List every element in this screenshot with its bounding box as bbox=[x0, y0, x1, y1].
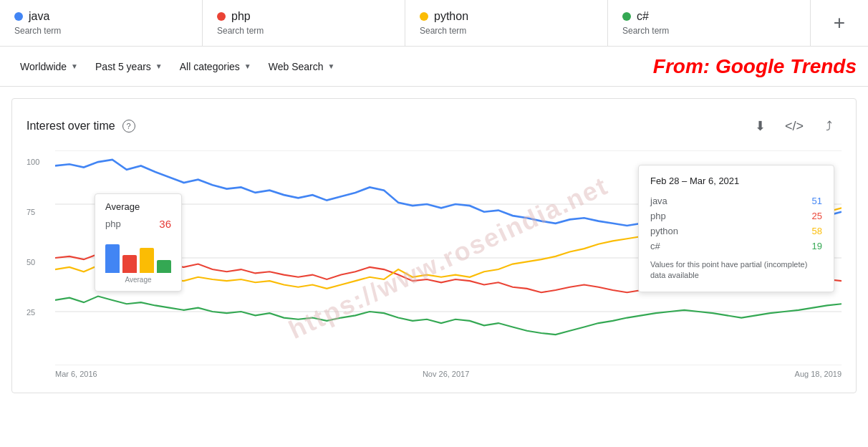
search-term-csharp[interactable]: c# Search term bbox=[608, 0, 811, 46]
period-chevron-icon: ▼ bbox=[155, 62, 163, 70]
tooltip-php-val: 25 bbox=[812, 211, 822, 221]
python-label: python bbox=[434, 10, 468, 23]
average-row: php 36 bbox=[105, 218, 171, 230]
filter-period[interactable]: Past 5 years ▼ bbox=[87, 55, 171, 78]
y-label-50: 50 bbox=[26, 258, 55, 266]
tooltip-csharp-val: 19 bbox=[812, 241, 822, 251]
tooltip-row-csharp: c# 19 bbox=[650, 239, 822, 254]
average-bars bbox=[105, 237, 171, 273]
tooltip-python-term: python bbox=[650, 226, 678, 236]
chart-title-area: Interest over time ? bbox=[26, 120, 135, 133]
avg-bar-java bbox=[105, 244, 120, 273]
watermark-label: From: Google Trends bbox=[653, 55, 857, 78]
csharp-label: c# bbox=[637, 10, 649, 23]
filter-category-label: All categories bbox=[180, 61, 240, 72]
filter-period-label: Past 5 years bbox=[95, 61, 151, 72]
php-sublabel: Search term bbox=[217, 26, 390, 36]
search-term-php[interactable]: php Search term bbox=[203, 0, 405, 46]
tooltip-date: Feb 28 – Mar 6, 2021 bbox=[650, 176, 822, 186]
chart-section: Interest over time ? ⬇ </> ⤴ 100 75 50 2… bbox=[11, 98, 857, 393]
average-box: Average php 36 bbox=[95, 193, 182, 292]
filter-bar: Worldwide ▼ Past 5 years ▼ All categorie… bbox=[0, 47, 868, 87]
embed-button[interactable]: </> bbox=[781, 113, 807, 139]
add-term-button[interactable]: + bbox=[811, 0, 868, 46]
php-dot bbox=[217, 12, 226, 21]
python-sublabel: Search term bbox=[420, 26, 593, 36]
avg-bar-python bbox=[140, 248, 154, 273]
chart-y-labels: 100 75 50 25 bbox=[26, 150, 55, 365]
tooltip-csharp-term: c# bbox=[650, 241, 660, 251]
chart-x-labels: Mar 6, 2016 Nov 26, 2017 Aug 18, 2019 bbox=[26, 365, 842, 378]
filter-region[interactable]: Worldwide ▼ bbox=[11, 55, 87, 78]
tooltip-row-python: python 58 bbox=[650, 224, 822, 239]
tooltip-php-term: php bbox=[650, 211, 666, 221]
average-title: Average bbox=[105, 201, 171, 212]
chart-actions: ⬇ </> ⤴ bbox=[747, 113, 842, 139]
download-button[interactable]: ⬇ bbox=[747, 113, 773, 139]
share-button[interactable]: ⤴ bbox=[816, 113, 842, 139]
chart-main: https://www.roseindia.net bbox=[55, 150, 842, 365]
type-chevron-icon: ▼ bbox=[327, 62, 334, 70]
x-label-3: Aug 18, 2019 bbox=[795, 370, 842, 378]
add-icon[interactable]: + bbox=[834, 11, 845, 34]
average-value: 36 bbox=[159, 218, 171, 230]
chart-header: Interest over time ? ⬇ </> ⤴ bbox=[26, 113, 842, 139]
tooltip-java-term: java bbox=[650, 196, 667, 206]
y-label-100: 100 bbox=[26, 158, 55, 166]
tooltip-python-val: 58 bbox=[812, 226, 822, 236]
chart-area: 100 75 50 25 https://www.roseindia.net bbox=[26, 150, 842, 365]
java-dot bbox=[14, 12, 23, 21]
filter-type-label: Web Search bbox=[269, 61, 324, 72]
tooltip-box: Feb 28 – Mar 6, 2021 java 51 php 25 pyth… bbox=[638, 165, 834, 292]
java-sublabel: Search term bbox=[14, 26, 188, 36]
y-label-25: 25 bbox=[26, 308, 55, 317]
chart-title: Interest over time bbox=[26, 120, 115, 133]
help-icon[interactable]: ? bbox=[122, 120, 135, 133]
average-bar-label: Average bbox=[105, 276, 171, 284]
x-label-2: Nov 26, 2017 bbox=[423, 370, 469, 378]
category-chevron-icon: ▼ bbox=[244, 62, 251, 70]
x-label-1: Mar 6, 2016 bbox=[55, 370, 97, 378]
search-term-java[interactable]: java Search term bbox=[0, 0, 203, 46]
filter-type[interactable]: Web Search ▼ bbox=[260, 55, 344, 78]
php-label: php bbox=[231, 10, 251, 23]
tooltip-note: Values for this point have partial (inco… bbox=[650, 259, 822, 282]
y-label-75: 75 bbox=[26, 208, 55, 216]
csharp-sublabel: Search term bbox=[622, 26, 796, 36]
csharp-dot bbox=[622, 12, 631, 21]
avg-bar-php bbox=[122, 255, 137, 273]
region-chevron-icon: ▼ bbox=[71, 62, 78, 70]
java-label: java bbox=[29, 10, 49, 23]
search-terms-bar: java Search term php Search term python … bbox=[0, 0, 868, 47]
filter-region-label: Worldwide bbox=[20, 61, 67, 72]
python-dot bbox=[420, 12, 428, 21]
average-term: php bbox=[105, 218, 121, 229]
search-term-python[interactable]: python Search term bbox=[405, 0, 608, 46]
filter-category[interactable]: All categories ▼ bbox=[171, 55, 260, 78]
tooltip-row-java: java 51 bbox=[650, 193, 822, 208]
avg-bar-csharp bbox=[157, 260, 171, 273]
tooltip-java-val: 51 bbox=[812, 196, 822, 206]
tooltip-row-php: php 25 bbox=[650, 208, 822, 224]
